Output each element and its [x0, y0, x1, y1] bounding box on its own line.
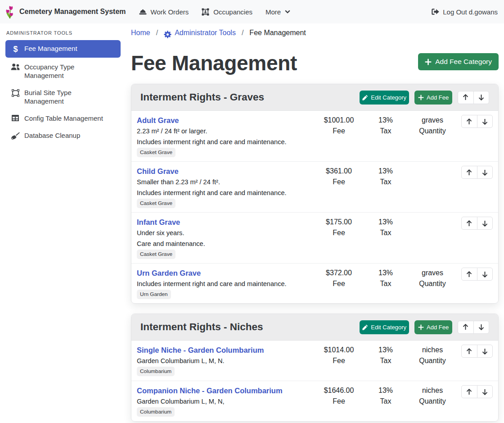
svg-text:$: $	[13, 45, 18, 53]
